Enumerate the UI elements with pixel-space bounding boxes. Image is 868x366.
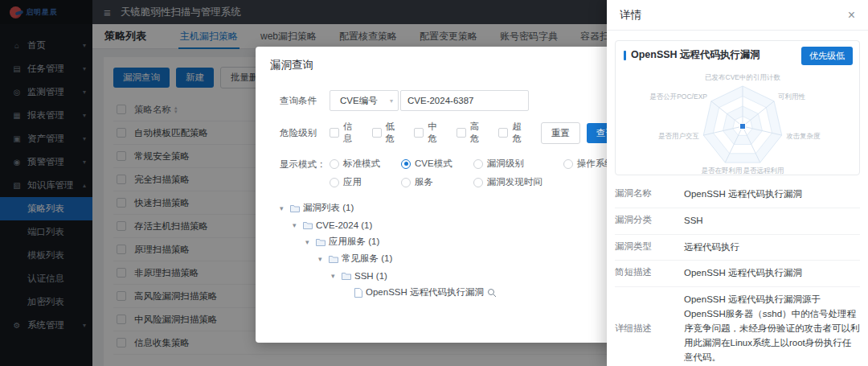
query-type-select[interactable]: CVE编号 ▾ [330,90,399,111]
detail-row: 漏洞名称 OpenSSH 远程代码执行漏洞 [615,182,860,208]
tree-leaf-openssh-vuln[interactable]: OpenSSH 远程代码执行漏洞 [354,284,615,301]
folder-icon [342,272,351,280]
radar-chart: 已发布CVE中的引用计数 可利用性 攻击复杂度 是否远程利用 是否在野利用 是否… [624,64,851,181]
folder-icon [329,255,338,263]
query-condition-label: 查询条件 [280,95,330,107]
detail-row: 详细描述 OpenSSH 远程代码执行漏洞源于OpenSSH服务器（sshd）中… [615,287,860,366]
level-low-checkbox[interactable]: 低危 [372,121,401,145]
vuln-query-modal: 漏洞查询 查询条件 CVE编号 ▾ 危险级别 信息 低危 中危 高危 超危 重置… [256,47,615,343]
tree-caret-icon[interactable]: ▾ [280,204,287,212]
cve-number-input[interactable] [400,90,529,111]
level-high-checkbox[interactable]: 高危 [457,121,485,145]
vuln-detail-table: 漏洞名称 OpenSSH 远程代码执行漏洞 漏洞分类 SSH 漏洞类型 远程代码… [615,182,860,366]
level-critical-checkbox[interactable]: 超危 [498,121,527,145]
radar-axis-label: 已发布CVE中的引用计数 [705,73,780,81]
vuln-title: OpenSSH 远程代码执行漏洞 [631,48,760,62]
radar-axis-label: 可利用性 [778,93,806,101]
vuln-tree: ▾ 漏洞列表 (1) ▾ CVE-2024 (1) ▾ 应用服务 (1) ▾ [280,199,615,301]
tree-node-app-service[interactable]: ▾ 应用服务 (1) [305,233,615,250]
radar-axis-label: 是否用户交互 [658,132,700,140]
document-icon [354,288,362,298]
reset-button[interactable]: 重置 [541,122,580,144]
select-caret-icon: ▾ [390,97,393,105]
drawer-title: 详情 [620,8,641,23]
level-info-checkbox[interactable]: 信息 [330,121,358,145]
modal-title: 漏洞查询 [256,47,615,77]
mode-cve-radio[interactable]: CVE模式 [401,158,452,170]
tree-node-ssh[interactable]: ▾ SSH (1) [331,267,615,284]
level-medium-checkbox[interactable]: 中危 [414,121,443,145]
priority-low-button[interactable]: 优先级低 [801,47,853,65]
folder-icon [316,238,326,246]
tree-caret-icon[interactable]: ▾ [318,255,326,263]
radar-axis-label: 是否远程利用 [743,167,784,175]
radar-axis-label: 是否在野利用 [702,167,743,175]
tree-caret-icon[interactable]: ▾ [293,221,300,229]
tree-caret-icon[interactable]: ▾ [331,272,338,280]
search-icon[interactable] [487,288,497,298]
radar-axis-label: 是否公开POC/EXP [649,93,707,101]
app-window: 启明星辰 ⌂ 首页 ▾ ▤ 任务管理 ▾ ◎ 监测管理 ▾ ▦ 报表管理 ▾ [0,0,868,366]
folder-icon [290,204,300,212]
title-accent-bar [624,51,626,60]
radar-axis-label: 攻击复杂度 [786,132,821,140]
mode-standard-radio[interactable]: 标准模式 [330,158,380,170]
detail-row: 漏洞分类 SSH [615,208,860,235]
close-icon[interactable]: × [848,9,855,22]
tree-node-common-service[interactable]: ▾ 常见服务 (1) [318,250,615,267]
mode-vuln-date-radio[interactable]: 漏洞发现时间 [473,176,542,188]
display-mode-label: 显示模式： [280,158,330,171]
vuln-summary-card: OpenSSH 远程代码执行漏洞 优先级低 [615,40,860,175]
mode-application-radio[interactable]: 应用 [330,176,380,188]
details-drawer: 详情 × OpenSSH 远程代码执行漏洞 优先级低 [607,0,868,366]
mode-vuln-level-radio[interactable]: 漏洞级别 [473,158,542,170]
folder-icon [303,221,313,229]
detail-row: 漏洞类型 远程代码执行 [615,235,860,261]
detail-row: 简短描述 OpenSSH 远程代码执行漏洞 [615,261,860,287]
mode-service-radio[interactable]: 服务 [401,176,452,188]
tree-caret-icon[interactable]: ▾ [305,238,313,246]
danger-level-label: 危险级别 [280,127,330,139]
radar-data-point [740,124,746,130]
tree-node-cve-2024[interactable]: ▾ CVE-2024 (1) [293,216,615,233]
tree-node-vuln-list[interactable]: ▾ 漏洞列表 (1) [280,199,615,216]
